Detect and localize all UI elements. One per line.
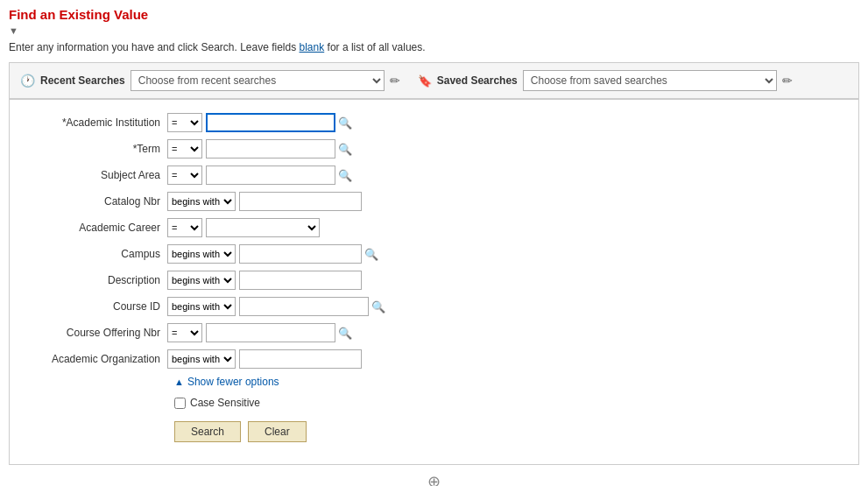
chevron-up-icon: ▲	[174, 377, 184, 387]
lookup-subject-area-icon[interactable]: 🔍	[338, 169, 352, 182]
input-description[interactable]	[239, 271, 362, 290]
input-term[interactable]	[206, 139, 335, 158]
show-fewer-label: Show fewer options	[187, 376, 279, 388]
operator-course-id[interactable]: begins with =	[167, 297, 236, 316]
lookup-term-icon[interactable]: 🔍	[338, 143, 352, 156]
collapse-arrow[interactable]: ▼	[9, 25, 859, 36]
clear-button[interactable]: Clear	[248, 421, 307, 442]
lookup-campus-icon[interactable]: 🔍	[364, 248, 378, 261]
form-area: *Academic Institution = 🔍 *Term = 🔍 Subj…	[10, 99, 858, 464]
buttons-row: Search Clear	[174, 421, 841, 451]
input-campus[interactable]	[239, 244, 362, 264]
case-sensitive-row: Case Sensitive	[174, 397, 841, 409]
recent-searches-icon: 🕐	[20, 74, 35, 88]
field-row-description: Description begins with = contains	[27, 271, 841, 290]
saved-searches-label: Saved Searches	[437, 74, 518, 87]
recent-searches-label: Recent Searches	[40, 74, 125, 87]
field-row-academic-career: Academic Career =	[27, 218, 841, 237]
bottom-icon-bar: ⊕	[9, 465, 859, 486]
recent-saved-bar: 🕐 Recent Searches Choose from recent sea…	[10, 63, 858, 99]
operator-campus[interactable]: begins with =	[167, 244, 236, 264]
operator-academic-institution[interactable]: =	[167, 113, 202, 132]
operator-academic-career[interactable]: =	[167, 218, 202, 237]
input-course-id[interactable]	[239, 297, 369, 316]
operator-academic-organization[interactable]: begins with =	[167, 349, 236, 369]
search-button[interactable]: Search	[174, 421, 241, 442]
field-row-academic-organization: Academic Organization begins with =	[27, 349, 841, 369]
label-campus: Campus	[27, 248, 167, 260]
case-sensitive-label: Case Sensitive	[190, 397, 260, 409]
saved-searches-dropdown[interactable]: Choose from saved searches	[523, 70, 777, 91]
saved-searches-section: 🔖 Saved Searches Choose from saved searc…	[418, 70, 793, 91]
input-catalog-nbr[interactable]	[239, 192, 362, 211]
input-academic-career[interactable]	[206, 218, 320, 237]
bottom-expand-icon[interactable]: ⊕	[427, 472, 441, 486]
label-course-offering-nbr: Course Offering Nbr	[27, 327, 167, 339]
operator-subject-area[interactable]: =	[167, 166, 202, 185]
lookup-course-id-icon[interactable]: 🔍	[371, 300, 385, 313]
lookup-course-offering-nbr-icon[interactable]: 🔍	[338, 327, 352, 340]
operator-course-offering-nbr[interactable]: =	[167, 323, 202, 342]
operator-term[interactable]: =	[167, 139, 202, 158]
search-panel: 🕐 Recent Searches Choose from recent sea…	[9, 62, 859, 465]
page-container: Find an Existing Value ▼ Enter any infor…	[0, 0, 868, 486]
operator-catalog-nbr[interactable]: begins with = contains	[167, 192, 236, 211]
label-subject-area: Subject Area	[27, 169, 167, 181]
page-title: Find an Existing Value	[9, 7, 859, 22]
input-course-offering-nbr[interactable]	[206, 323, 335, 342]
saved-searches-icon: 🔖	[418, 74, 432, 88]
label-course-id: Course ID	[27, 300, 167, 313]
input-subject-area[interactable]	[206, 166, 335, 185]
info-text: Enter any information you have and click…	[9, 41, 859, 53]
show-fewer-options[interactable]: ▲ Show fewer options	[174, 376, 841, 388]
label-academic-institution: *Academic Institution	[27, 116, 167, 129]
label-catalog-nbr: Catalog Nbr	[27, 195, 167, 208]
field-row-course-id: Course ID begins with = 🔍	[27, 297, 841, 316]
recent-searches-edit-icon[interactable]: ✏	[390, 74, 400, 88]
field-row-catalog-nbr: Catalog Nbr begins with = contains	[27, 192, 841, 211]
field-row-campus: Campus begins with = 🔍	[27, 244, 841, 264]
field-row-academic-institution: *Academic Institution = 🔍	[27, 113, 841, 132]
field-row-term: *Term = 🔍	[27, 139, 841, 158]
input-academic-institution[interactable]	[206, 113, 335, 132]
case-sensitive-checkbox[interactable]	[174, 398, 186, 409]
label-academic-organization: Academic Organization	[27, 353, 167, 365]
label-term: *Term	[27, 143, 167, 155]
label-academic-career: Academic Career	[27, 222, 167, 234]
label-description: Description	[27, 274, 167, 286]
recent-searches-dropdown[interactable]: Choose from recent searches	[131, 70, 385, 91]
field-row-subject-area: Subject Area = 🔍	[27, 166, 841, 185]
operator-description[interactable]: begins with = contains	[167, 271, 236, 290]
lookup-academic-institution-icon[interactable]: 🔍	[338, 116, 352, 130]
input-academic-organization[interactable]	[239, 349, 362, 369]
saved-searches-edit-icon[interactable]: ✏	[782, 74, 793, 88]
field-row-course-offering-nbr: Course Offering Nbr = 🔍	[27, 323, 841, 342]
recent-searches-section: 🕐 Recent Searches Choose from recent sea…	[20, 70, 400, 91]
